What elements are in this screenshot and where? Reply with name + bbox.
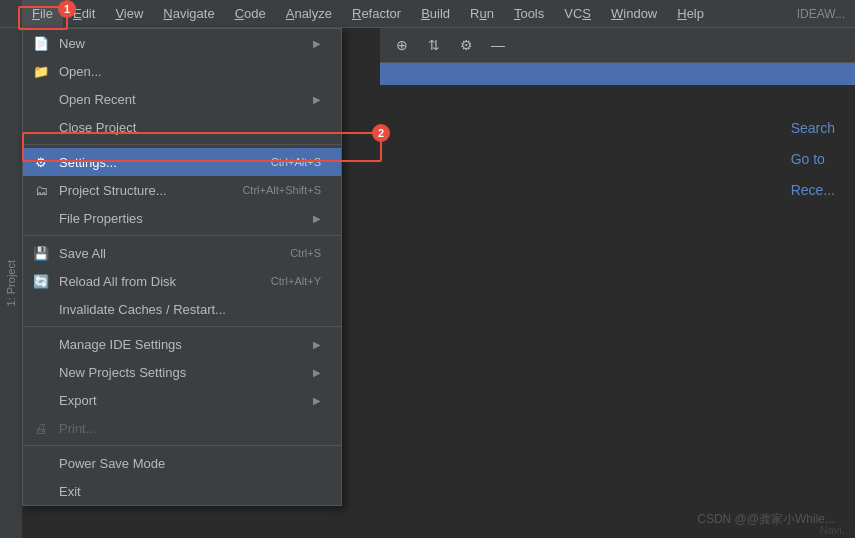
menu-item-new[interactable]: 📄 New ▶: [23, 29, 341, 57]
window-menu-label: Window: [611, 6, 657, 21]
menubar-item-build[interactable]: Build: [411, 0, 460, 27]
ide-label: IDEAW...: [787, 0, 855, 27]
menu-item-open-recent-label: Open Recent: [59, 92, 136, 107]
menu-item-settings[interactable]: ⚙ Settings... Ctrl+Alt+S: [23, 148, 341, 176]
build-menu-label: Build: [421, 6, 450, 21]
menubar-item-file[interactable]: File: [22, 0, 63, 27]
reload-shortcut: Ctrl+Alt+Y: [241, 275, 321, 287]
export-arrow-icon: ▶: [313, 395, 321, 406]
project-structure-shortcut: Ctrl+Alt+Shift+S: [212, 184, 321, 196]
menubar-item-run[interactable]: Run: [460, 0, 504, 27]
save-icon: 💾: [31, 246, 51, 261]
save-all-shortcut: Ctrl+S: [260, 247, 321, 259]
recent-link[interactable]: Rece...: [791, 182, 835, 198]
menu-item-new-projects[interactable]: New Projects Settings ▶: [23, 358, 341, 386]
file-menu-label: File: [32, 6, 53, 21]
menubar-item-edit[interactable]: Edit: [63, 0, 105, 27]
run-menu-label: Run: [470, 6, 494, 21]
edit-menu-label: Edit: [73, 6, 95, 21]
menu-item-close-project[interactable]: Close Project: [23, 113, 341, 141]
menu-item-exit-label: Exit: [59, 484, 81, 499]
goto-link[interactable]: Go to: [791, 151, 835, 167]
toolbar-add-button[interactable]: ⊕: [390, 33, 414, 57]
menu-item-open-label: Open...: [59, 64, 102, 79]
view-menu-label: View: [115, 6, 143, 21]
menu-item-new-projects-label: New Projects Settings: [59, 365, 186, 380]
settings-icon: ⚙: [31, 155, 51, 170]
file-dropdown-menu: 📄 New ▶ 📁 Open... Open Recent ▶ Close Pr…: [22, 28, 342, 506]
menu-item-invalidate[interactable]: Invalidate Caches / Restart...: [23, 295, 341, 323]
menu-item-reload[interactable]: 🔄 Reload All from Disk Ctrl+Alt+Y: [23, 267, 341, 295]
new-arrow-icon: ▶: [313, 38, 321, 49]
menu-item-print-label: Print...: [59, 421, 97, 436]
menu-item-save-all-label: Save All: [59, 246, 106, 261]
code-menu-label: Code: [235, 6, 266, 21]
settings-shortcut: Ctrl+Alt+S: [241, 156, 321, 168]
menu-item-power-save-label: Power Save Mode: [59, 456, 165, 471]
toolbar-settings-button[interactable]: ⚙: [454, 33, 478, 57]
menubar: File Edit View Navigate Code Analyze Ref…: [0, 0, 855, 28]
reload-icon: 🔄: [31, 274, 51, 289]
menu-item-close-project-label: Close Project: [59, 120, 136, 135]
menu-item-settings-label: Settings...: [59, 155, 117, 170]
open-recent-arrow-icon: ▶: [313, 94, 321, 105]
menu-item-export[interactable]: Export ▶: [23, 386, 341, 414]
separator-3: [23, 326, 341, 327]
separator-4: [23, 445, 341, 446]
new-projects-arrow-icon: ▶: [313, 367, 321, 378]
menubar-item-help[interactable]: Help: [667, 0, 714, 27]
analyze-menu-label: Analyze: [286, 6, 332, 21]
menu-item-open-recent[interactable]: Open Recent ▶: [23, 85, 341, 113]
watermark-text: CSDN @@龚家小While...: [697, 511, 835, 528]
menubar-item-analyze[interactable]: Analyze: [276, 0, 342, 27]
menubar-item-tools[interactable]: Tools: [504, 0, 554, 27]
menubar-item-view[interactable]: View: [105, 0, 153, 27]
tools-menu-label: Tools: [514, 6, 544, 21]
vcs-menu-label: VCS: [564, 6, 591, 21]
menu-item-file-properties[interactable]: File Properties ▶: [23, 204, 341, 232]
menubar-item-navigate[interactable]: Navigate: [153, 0, 224, 27]
toolbar-area: ⊕ ⇅ ⚙ —: [380, 28, 855, 63]
right-panel-links: Search Go to Rece...: [791, 120, 835, 198]
toolbar-navigate-button[interactable]: ⇅: [422, 33, 446, 57]
menu-item-print[interactable]: 🖨 Print...: [23, 414, 341, 442]
refactor-menu-label: Refactor: [352, 6, 401, 21]
menubar-item-vcs[interactable]: VCS: [554, 0, 601, 27]
menu-item-project-structure-label: Project Structure...: [59, 183, 167, 198]
project-sidebar[interactable]: 1: Project: [0, 28, 22, 538]
menu-item-manage-ide[interactable]: Manage IDE Settings ▶: [23, 330, 341, 358]
print-icon: 🖨: [31, 421, 51, 436]
separator-2: [23, 235, 341, 236]
menu-item-open[interactable]: 📁 Open...: [23, 57, 341, 85]
menu-item-invalidate-label: Invalidate Caches / Restart...: [59, 302, 226, 317]
menu-item-exit[interactable]: Exit: [23, 477, 341, 505]
separator-1: [23, 144, 341, 145]
menu-item-project-structure[interactable]: 🗂 Project Structure... Ctrl+Alt+Shift+S: [23, 176, 341, 204]
navigate-menu-label: Navigate: [163, 6, 214, 21]
search-link[interactable]: Search: [791, 120, 835, 136]
menubar-item-window[interactable]: Window: [601, 0, 667, 27]
menu-item-export-label: Export: [59, 393, 97, 408]
new-icon: 📄: [31, 36, 51, 51]
nav-label: Navi...: [816, 522, 855, 538]
menu-item-reload-label: Reload All from Disk: [59, 274, 176, 289]
menubar-item-code[interactable]: Code: [225, 0, 276, 27]
help-menu-label: Help: [677, 6, 704, 21]
badge-2: 2: [372, 124, 390, 142]
manage-ide-arrow-icon: ▶: [313, 339, 321, 350]
menu-item-save-all[interactable]: 💾 Save All Ctrl+S: [23, 239, 341, 267]
menubar-item-refactor[interactable]: Refactor: [342, 0, 411, 27]
active-tab-bar: [380, 63, 855, 85]
project-structure-icon: 🗂: [31, 183, 51, 198]
toolbar-minimize-button[interactable]: —: [486, 33, 510, 57]
open-icon: 📁: [31, 64, 51, 79]
menu-item-new-label: New: [59, 36, 85, 51]
project-label: 1: Project: [5, 260, 17, 306]
menu-item-power-save[interactable]: Power Save Mode: [23, 449, 341, 477]
menu-item-manage-ide-label: Manage IDE Settings: [59, 337, 182, 352]
file-properties-arrow-icon: ▶: [313, 213, 321, 224]
menu-item-file-properties-label: File Properties: [59, 211, 143, 226]
